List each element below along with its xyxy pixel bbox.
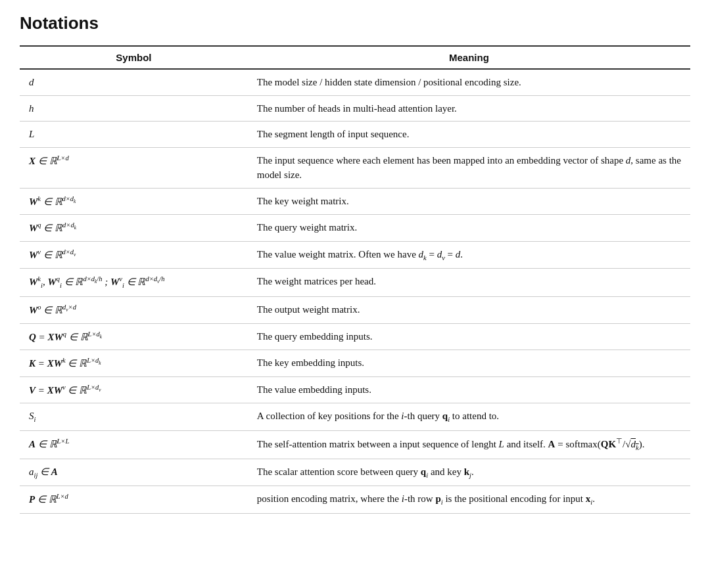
meaning-cell: The input sequence where each element ha… — [248, 147, 690, 188]
meaning-cell: position encoding matrix, where the i-th… — [248, 486, 690, 514]
symbol-cell: X ∈ ℝL×d — [20, 147, 248, 188]
notations-table: Symbol Meaning dThe model size / hidden … — [20, 45, 690, 514]
symbol-cell: d — [20, 69, 248, 95]
page-title: Notations — [20, 13, 690, 34]
symbol-cell: h — [20, 95, 248, 122]
meaning-header: Meaning — [248, 46, 690, 69]
table-row: P ∈ ℝL×dposition encoding matrix, where … — [20, 486, 690, 514]
symbol-cell: K = XWk ∈ ℝL×dk — [20, 350, 248, 377]
table-row: SiA collection of key positions for the … — [20, 403, 690, 431]
meaning-cell: The number of heads in multi-head attent… — [248, 95, 690, 122]
meaning-cell: The model size / hidden state dimension … — [248, 69, 690, 95]
symbol-cell: Wq ∈ ℝd×dk — [20, 215, 248, 242]
table-row: Wki, Wqi ∈ ℝd×dk/h ; Wvi ∈ ℝd×dv/hThe we… — [20, 269, 690, 297]
symbol-cell: Wki, Wqi ∈ ℝd×dk/h ; Wvi ∈ ℝd×dv/h — [20, 269, 248, 297]
symbol-cell: V = XWv ∈ ℝL×dv — [20, 376, 248, 403]
table-row: X ∈ ℝL×dThe input sequence where each el… — [20, 147, 690, 188]
meaning-cell: The weight matrices per head. — [248, 269, 690, 297]
meaning-cell: The scalar attention score between query… — [248, 459, 690, 486]
meaning-cell: The self-attention matrix between a inpu… — [248, 430, 690, 459]
meaning-cell: The query embedding inputs. — [248, 323, 690, 350]
symbol-cell: P ∈ ℝL×d — [20, 486, 248, 514]
meaning-cell: The query weight matrix. — [248, 215, 690, 242]
symbol-cell: A ∈ ℝL×L — [20, 430, 248, 459]
symbol-cell: Wv ∈ ℝd×dv — [20, 241, 248, 269]
table-row: Wk ∈ ℝd×dkThe key weight matrix. — [20, 188, 690, 215]
symbol-cell: Q = XWq ∈ ℝL×dk — [20, 323, 248, 350]
table-row: A ∈ ℝL×LThe self-attention matrix betwee… — [20, 430, 690, 459]
table-row: LThe segment length of input sequence. — [20, 122, 690, 148]
table-row: K = XWk ∈ ℝL×dkThe key embedding inputs. — [20, 350, 690, 377]
symbol-cell: aij ∈ A — [20, 459, 248, 486]
symbol-cell: Wo ∈ ℝdv×d — [20, 297, 248, 324]
meaning-cell: A collection of key positions for the i-… — [248, 403, 690, 431]
symbol-header: Symbol — [20, 46, 248, 69]
table-row: hThe number of heads in multi-head atten… — [20, 95, 690, 122]
meaning-cell: The output weight matrix. — [248, 297, 690, 324]
meaning-cell: The key embedding inputs. — [248, 350, 690, 377]
table-row: Q = XWq ∈ ℝL×dkThe query embedding input… — [20, 323, 690, 350]
meaning-cell: The key weight matrix. — [248, 188, 690, 215]
table-row: Wv ∈ ℝd×dvThe value weight matrix. Often… — [20, 241, 690, 269]
table-row: Wq ∈ ℝd×dkThe query weight matrix. — [20, 215, 690, 242]
symbol-cell: L — [20, 122, 248, 148]
meaning-cell: The value embedding inputs. — [248, 376, 690, 403]
meaning-cell: The segment length of input sequence. — [248, 122, 690, 148]
symbol-cell: Si — [20, 403, 248, 431]
symbol-cell: Wk ∈ ℝd×dk — [20, 188, 248, 215]
table-row: dThe model size / hidden state dimension… — [20, 69, 690, 95]
table-row: Wo ∈ ℝdv×dThe output weight matrix. — [20, 297, 690, 324]
table-row: aij ∈ AThe scalar attention score betwee… — [20, 459, 690, 486]
meaning-cell: The value weight matrix. Often we have d… — [248, 241, 690, 269]
table-row: V = XWv ∈ ℝL×dvThe value embedding input… — [20, 376, 690, 403]
